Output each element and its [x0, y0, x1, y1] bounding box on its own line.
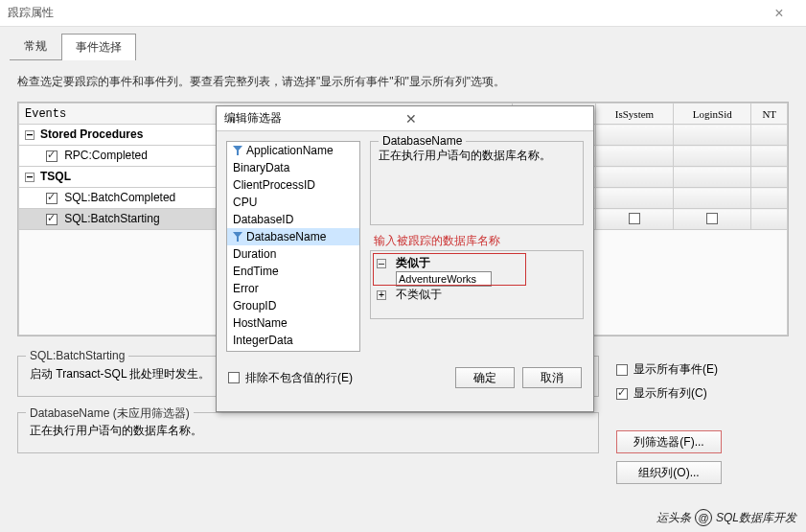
- list-item-selected: DatabaseName: [227, 228, 359, 245]
- watermark: 运头条 @ SQL数据库开发: [656, 509, 796, 526]
- filter-listbox[interactable]: ApplicationName BinaryData ClientProcess…: [226, 141, 360, 352]
- checkbox-icon[interactable]: [616, 364, 628, 376]
- list-item: DatabaseID: [227, 211, 359, 228]
- list-item: Duration: [227, 245, 359, 263]
- filter-dialog: 编辑筛选器 ✕ ApplicationName BinaryData Clien…: [216, 105, 594, 412]
- group-legend: DatabaseName (未应用筛选器): [26, 405, 194, 422]
- at-icon: @: [695, 509, 712, 526]
- tree-like-node[interactable]: – 类似于: [377, 255, 577, 271]
- column-filter-button[interactable]: 列筛选器(F)...: [616, 430, 722, 453]
- list-item: BinaryData: [227, 159, 359, 176]
- tab-general[interactable]: 常规: [10, 33, 61, 59]
- list-item: ApplicationName: [227, 142, 359, 159]
- tab-event-selection[interactable]: 事件选择: [61, 34, 136, 60]
- row-checkbox[interactable]: [46, 193, 58, 204]
- group-databasename: DatabaseName (未应用筛选器) 正在执行用户语句的数据库名称。: [17, 412, 599, 453]
- dialog-close-icon[interactable]: ✕: [405, 111, 587, 127]
- funnel-icon: [233, 146, 242, 155]
- dialog-title: 编辑筛选器: [224, 110, 405, 127]
- collapse-icon[interactable]: –: [377, 259, 386, 268]
- window-titlebar: 跟踪属性 ×: [0, 0, 806, 27]
- cell-checkbox[interactable]: [706, 213, 718, 224]
- funnel-icon: [233, 232, 242, 242]
- annotation-text: 输入被跟踪的数据库名称: [374, 233, 500, 249]
- collapse-icon[interactable]: –: [25, 130, 35, 140]
- list-item: EndTime: [227, 263, 359, 280]
- col-issystem[interactable]: IsSystem: [595, 104, 673, 125]
- option-show-all-events[interactable]: 显示所有事件(E): [616, 361, 789, 378]
- exclude-empty-checkbox[interactable]: 排除不包含值的行(E): [228, 370, 353, 386]
- window-close-icon[interactable]: ×: [760, 5, 798, 22]
- dialog-titlebar: 编辑筛选器 ✕: [217, 106, 593, 131]
- filter-description-box: DatabaseName 正在执行用户语句的数据库名称。: [370, 141, 584, 225]
- list-item: CPU: [227, 194, 359, 211]
- list-item: Error: [227, 280, 359, 297]
- list-item: IsSystem: [227, 349, 359, 352]
- col-nt[interactable]: NT: [751, 104, 788, 125]
- list-item: GroupID: [227, 297, 359, 314]
- organize-columns-button[interactable]: 组织列(O)...: [616, 461, 722, 484]
- filter-desc-legend: DatabaseName: [379, 134, 466, 148]
- tab-row: 常规 事件选择: [0, 27, 806, 60]
- ok-button[interactable]: 确定: [455, 367, 515, 388]
- list-item: IntegerData: [227, 332, 359, 349]
- checkbox-icon[interactable]: [228, 372, 240, 383]
- group-desc: 正在执行用户语句的数据库名称。: [30, 423, 587, 439]
- list-item: HostName: [227, 314, 359, 332]
- col-loginsid[interactable]: LoginSid: [674, 104, 751, 125]
- hint-text: 检查选定要跟踪的事件和事件列。要查看完整列表，请选择"显示所有事件"和"显示所有…: [17, 74, 789, 90]
- window-title: 跟踪属性: [8, 5, 760, 21]
- filter-desc-text: 正在执行用户语句的数据库名称。: [379, 148, 575, 164]
- cancel-button[interactable]: 取消: [522, 367, 582, 388]
- tree-notlike-node[interactable]: + 不类似于: [377, 287, 577, 303]
- list-item: ClientProcessID: [227, 176, 359, 194]
- filter-value-input[interactable]: [396, 271, 492, 287]
- collapse-icon[interactable]: –: [25, 173, 35, 182]
- row-checkbox[interactable]: [46, 214, 58, 225]
- option-show-all-cols[interactable]: 显示所有列(C): [616, 385, 789, 402]
- checkbox-icon[interactable]: [616, 388, 628, 400]
- expand-icon[interactable]: +: [377, 290, 386, 300]
- row-checkbox[interactable]: [46, 150, 58, 162]
- group-legend: SQL:BatchStarting: [26, 349, 128, 362]
- cell-checkbox[interactable]: [629, 213, 640, 224]
